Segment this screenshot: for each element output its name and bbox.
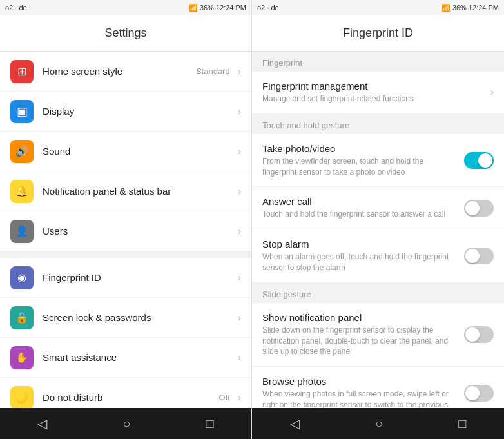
display-chevron: › <box>238 106 241 117</box>
left-recent-button[interactable]: □ <box>193 411 226 436</box>
screen-lock-icon: 🔒 <box>10 306 34 329</box>
right-back-button[interactable]: ◁ <box>277 411 313 436</box>
settings-item-home-screen-style[interactable]: ⊞ Home screen style Standard › <box>0 52 251 92</box>
display-icon: ▣ <box>10 100 34 123</box>
fingerprint-section-header: Fingerprint <box>252 52 504 72</box>
stop-alarm-toggle[interactable] <box>464 248 494 264</box>
settings-item-users[interactable]: 👤 Users › <box>0 211 251 251</box>
show-notification-panel-toggle[interactable] <box>464 326 494 343</box>
left-status-left: o2 · de <box>5 4 27 12</box>
settings-item-do-not-disturb[interactable]: 🌙 Do not disturb Off › <box>0 378 251 408</box>
fingerprint-management-title: Fingerprint management <box>262 81 485 92</box>
home-screen-chevron: › <box>238 66 241 77</box>
browse-photos-desc: When viewing photos in full screen mode,… <box>262 389 459 408</box>
do-not-disturb-label: Do not disturb <box>43 392 102 403</box>
right-time: 12:24 PM <box>469 4 499 12</box>
answer-call-item[interactable]: Answer call Touch and hold the fingerpri… <box>252 187 504 229</box>
settings-list: ⊞ Home screen style Standard › ▣ Display… <box>0 52 251 408</box>
notification-icon: 🔔 <box>10 180 34 203</box>
screen-lock-label: Screen lock & passwords <box>43 312 151 323</box>
left-panel: o2 · de 📶 36% 12:24 PM Settings ⊞ Home s… <box>0 0 252 439</box>
right-header: Fingerprint ID <box>252 15 504 52</box>
right-panel: o2 · de 📶 36% 12:24 PM Fingerprint ID Fi… <box>252 0 504 439</box>
settings-item-notification-panel[interactable]: 🔔 Notification panel & status bar › <box>0 171 251 211</box>
right-carrier: o2 · de <box>257 4 279 12</box>
show-notification-panel-title: Show notification panel <box>262 312 459 323</box>
take-photo-video-toggle-thumb <box>478 153 492 168</box>
sound-chevron: › <box>238 146 241 157</box>
users-label: Users <box>43 226 68 237</box>
fingerprint-management-desc: Manage and set fingerprint-related funct… <box>262 93 485 104</box>
left-header: Settings <box>0 15 251 52</box>
take-photo-video-title: Take photo/video <box>262 143 459 154</box>
right-recent-button[interactable]: □ <box>445 411 479 436</box>
right-status-bar: o2 · de 📶 36% 12:24 PM <box>252 0 504 15</box>
answer-call-toggle-thumb <box>465 201 480 215</box>
do-not-disturb-icon: 🌙 <box>10 386 34 409</box>
left-status-right: 📶 36% 12:24 PM <box>189 4 246 12</box>
stop-alarm-toggle-thumb <box>465 249 480 263</box>
left-signal-icon: 📶 <box>189 4 198 12</box>
right-signal-icon: 📶 <box>441 4 451 12</box>
smart-assistance-chevron: › <box>238 352 241 364</box>
sound-icon: 🔊 <box>10 140 34 163</box>
right-home-button[interactable]: ○ <box>362 411 396 436</box>
take-photo-video-desc: From the viewfinder screen, touch and ho… <box>262 156 459 178</box>
fingerprint-id-chevron: › <box>238 272 241 284</box>
browse-photos-toggle-thumb <box>465 386 480 400</box>
left-carrier: o2 · de <box>5 4 27 12</box>
browse-photos-toggle[interactable] <box>464 385 494 402</box>
touch-hold-section-header: Touch and hold gesture <box>252 114 504 134</box>
stop-alarm-desc: When an alarm goes off, touch and hold t… <box>262 251 459 273</box>
take-photo-video-toggle[interactable] <box>464 152 494 169</box>
slide-gesture-header: Slide gesture <box>252 283 504 303</box>
show-notification-panel-item[interactable]: Show notification panel Slide down on th… <box>252 303 504 367</box>
settings-item-fingerprint-id[interactable]: ◉ Fingerprint ID › <box>0 258 251 298</box>
left-battery: 36% <box>200 4 214 12</box>
answer-call-title: Answer call <box>262 196 459 207</box>
browse-photos-item[interactable]: Browse photos When viewing photos in ful… <box>252 367 504 408</box>
right-status-right: 📶 36% 12:24 PM <box>441 4 499 12</box>
left-status-bar: o2 · de 📶 36% 12:24 PM <box>0 0 251 15</box>
screen-lock-chevron: › <box>238 312 241 324</box>
users-chevron: › <box>238 226 241 237</box>
section-divider-1 <box>0 251 251 258</box>
notification-label: Notification panel & status bar <box>43 186 171 197</box>
do-not-disturb-chevron: › <box>238 392 241 404</box>
browse-photos-title: Browse photos <box>262 376 459 387</box>
left-nav-bar: ◁ ○ □ <box>0 408 251 439</box>
sound-label: Sound <box>43 146 70 157</box>
fingerprint-management-chevron: › <box>490 86 494 98</box>
left-time: 12:24 PM <box>216 4 246 12</box>
stop-alarm-title: Stop alarm <box>262 239 459 249</box>
take-photo-video-item[interactable]: Take photo/video From the viewfinder scr… <box>252 134 504 188</box>
right-title: Fingerprint ID <box>343 26 413 40</box>
answer-call-toggle[interactable] <box>464 200 494 217</box>
show-notification-panel-desc: Slide down on the fingerprint sensor to … <box>262 325 459 357</box>
home-screen-icon: ⊞ <box>10 60 34 83</box>
display-label: Display <box>43 106 74 117</box>
fingerprint-management-item[interactable]: Fingerprint management Manage and set fi… <box>252 72 504 114</box>
right-battery: 36% <box>452 4 467 12</box>
left-back-button[interactable]: ◁ <box>24 411 60 436</box>
right-status-left: o2 · de <box>257 4 279 12</box>
smart-assistance-label: Smart assistance <box>43 352 117 363</box>
settings-item-screen-lock[interactable]: 🔒 Screen lock & passwords › <box>0 298 251 338</box>
right-nav-bar: ◁ ○ □ <box>252 408 504 439</box>
settings-item-sound[interactable]: 🔊 Sound › <box>0 132 251 171</box>
show-notification-panel-toggle-thumb <box>465 327 480 342</box>
home-screen-label: Home screen style <box>43 66 122 77</box>
notification-chevron: › <box>238 186 241 197</box>
stop-alarm-item[interactable]: Stop alarm When an alarm goes off, touch… <box>252 229 504 283</box>
answer-call-desc: Touch and hold the fingerprint sensor to… <box>262 209 459 220</box>
fingerprint-id-label: Fingerprint ID <box>43 272 101 283</box>
fingerprint-id-icon: ◉ <box>10 266 34 289</box>
smart-assistance-icon: ✋ <box>10 346 34 369</box>
settings-item-display[interactable]: ▣ Display › <box>0 92 251 132</box>
settings-item-smart-assistance[interactable]: ✋ Smart assistance › <box>0 338 251 378</box>
do-not-disturb-value: Off <box>219 393 230 402</box>
home-screen-value: Standard <box>196 66 230 76</box>
fingerprint-list: Fingerprint Fingerprint management Manag… <box>252 52 504 408</box>
left-home-button[interactable]: ○ <box>110 411 143 436</box>
users-icon: 👤 <box>10 220 34 243</box>
